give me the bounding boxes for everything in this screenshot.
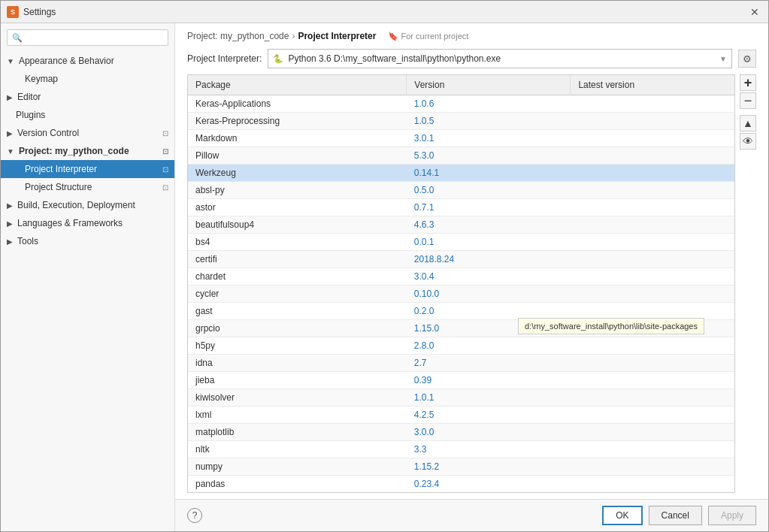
package-version: 1.0.5 [407, 113, 571, 130]
table-row[interactable]: Pillow5.3.0 [188, 147, 734, 165]
table-row[interactable]: nltk3.3 [188, 441, 734, 458]
table-row[interactable]: numpy1.15.2 [188, 458, 734, 476]
sidebar-item-label: Appearance & Behavior [19, 56, 114, 66]
package-latest-version [571, 251, 734, 268]
table-row[interactable]: jieba0.39 [188, 372, 734, 389]
package-version: 2018.8.24 [407, 251, 571, 268]
packages-table-container: Package Version Latest version Keras-App… [187, 74, 735, 493]
sidebar-item-tools[interactable]: ▶ Tools [1, 232, 174, 250]
sidebar-item-build[interactable]: ▶ Build, Execution, Deployment [1, 196, 174, 214]
table-row[interactable]: pip18.0 [188, 493, 734, 494]
table-row[interactable]: beautifulsoup44.6.3 [188, 216, 734, 234]
footer-left: ? [187, 508, 202, 523]
sidebar-item-project-interpreter[interactable]: Project Interpreter ⊡ [1, 160, 174, 178]
sidebar-item-version-control[interactable]: ▶ Version Control ⊡ [1, 124, 174, 142]
sidebar-item-label: Keymap [25, 74, 58, 84]
remove-package-button[interactable]: − [740, 92, 756, 109]
sidebar-item-editor[interactable]: ▶ Editor [1, 88, 174, 106]
ok-button[interactable]: OK [602, 506, 642, 525]
packages-layout: Package Version Latest version Keras-App… [187, 74, 756, 493]
sidebar-item-plugins[interactable]: Plugins [1, 106, 174, 124]
package-version: 4.2.5 [407, 407, 571, 424]
search-input[interactable] [26, 32, 163, 43]
package-latest-version [571, 216, 734, 234]
help-icon: ? [192, 510, 198, 521]
table-row[interactable]: absl-py0.5.0 [188, 182, 734, 199]
expand-icon: ▼ [7, 57, 14, 65]
expand-icon: ▶ [7, 93, 13, 101]
table-row[interactable]: Markdown3.0.1 [188, 130, 734, 147]
table-row[interactable]: Keras-Applications1.0.6 [188, 95, 734, 113]
table-row[interactable]: chardet3.0.4 [188, 268, 734, 286]
package-latest-version [571, 268, 734, 286]
package-name: lxml [188, 407, 407, 424]
table-row[interactable]: lxml4.2.5 [188, 407, 734, 424]
packages-table-wrapper[interactable]: Package Version Latest version Keras-App… [187, 74, 735, 493]
table-row[interactable]: matplotlib3.0.0 [188, 424, 734, 441]
package-latest-version [571, 372, 734, 389]
interpreter-select-dropdown[interactable]: 🐍 Python 3.6 D:\my_software_install\pyth… [268, 49, 732, 68]
package-version: 1.15.2 [407, 458, 571, 476]
cancel-button[interactable]: Cancel [649, 506, 702, 525]
footer: ? OK Cancel Apply [175, 499, 768, 531]
sidebar-item-label: Project: my_python_code [19, 146, 129, 156]
sidebar-item-project-structure[interactable]: Project Structure ⊡ [1, 178, 174, 196]
package-version: 5.3.0 [407, 147, 571, 165]
table-row[interactable]: Keras-Preprocessing1.0.5 [188, 113, 734, 130]
title-bar: S Settings ✕ [1, 1, 768, 23]
side-buttons: + − [740, 74, 756, 493]
package-latest-version [571, 441, 734, 458]
sidebar-item-keymap[interactable]: Keymap [1, 70, 174, 88]
package-version: 0.7.1 [407, 199, 571, 216]
add-package-button[interactable]: + [740, 74, 756, 91]
package-version: 3.0.1 [407, 130, 571, 147]
package-name: kiwisolver [188, 389, 407, 407]
right-panel: Project: my_python_code › Project Interp… [175, 23, 768, 531]
package-name: matplotlib [188, 424, 407, 441]
column-header-version: Version [407, 75, 571, 95]
interpreter-gear-button[interactable]: ⚙ [738, 50, 756, 68]
package-latest-version [571, 355, 734, 372]
table-row[interactable]: certifi2018.8.24 [188, 251, 734, 268]
sidebar-item-label: Tools [17, 236, 38, 246]
table-row[interactable]: pandas0.23.4 [188, 476, 734, 493]
search-box[interactable]: 🔍 [7, 29, 168, 46]
column-header-package: Package [188, 75, 407, 95]
sidebar-item-label: Project Interpreter [25, 164, 97, 174]
apply-button[interactable]: Apply [708, 506, 756, 525]
package-latest-version [571, 407, 734, 424]
sidebar-item-languages[interactable]: ▶ Languages & Frameworks [1, 214, 174, 232]
table-row[interactable]: idna2.7 [188, 355, 734, 372]
package-name: jieba [188, 372, 407, 389]
package-version: 1.0.6 [407, 95, 571, 113]
package-latest-version [571, 337, 734, 355]
table-row[interactable]: cycler0.10.0 [188, 286, 734, 303]
packages-area: Package Version Latest version Keras-App… [175, 74, 768, 499]
repo-icon: ⊡ [162, 183, 168, 192]
expand-icon: ▶ [7, 129, 13, 138]
table-row[interactable]: astor0.7.1 [188, 199, 734, 216]
interpreter-label: Project Interpreter: [187, 53, 262, 64]
table-row[interactable]: kiwisolver1.0.1 [188, 389, 734, 407]
sidebar-item-appearance[interactable]: ▼ Appearance & Behavior [1, 52, 174, 70]
breadcrumb-project: Project: my_python_code [187, 31, 289, 41]
package-latest-version [571, 165, 734, 182]
eye-icon: 👁 [743, 135, 753, 147]
table-row[interactable]: h5py2.8.0 [188, 337, 734, 355]
repo-icon: ⊡ [162, 129, 168, 138]
app-icon: S [7, 6, 19, 18]
close-button[interactable]: ✕ [747, 5, 762, 20]
repo-icon: ⊡ [162, 147, 168, 156]
package-name: grpcio [188, 320, 407, 337]
package-name: idna [188, 355, 407, 372]
table-row[interactable]: bs40.0.1 [188, 234, 734, 251]
tooltip-box: d:\my_software_install\python\lib\site-p… [518, 318, 704, 334]
sidebar-item-project[interactable]: ▼ Project: my_python_code ⊡ [1, 142, 174, 160]
settings-window: S Settings ✕ 🔍 ▼ Appearance & Behavior K… [0, 0, 769, 532]
package-eye-button[interactable]: 👁 [740, 133, 756, 150]
sidebar: 🔍 ▼ Appearance & Behavior Keymap ▶ Edito… [1, 23, 175, 531]
package-settings-button[interactable]: ▲ [740, 115, 756, 131]
table-row[interactable]: Werkzeug0.14.1 [188, 165, 734, 182]
help-button[interactable]: ? [187, 508, 202, 523]
package-name: nltk [188, 441, 407, 458]
